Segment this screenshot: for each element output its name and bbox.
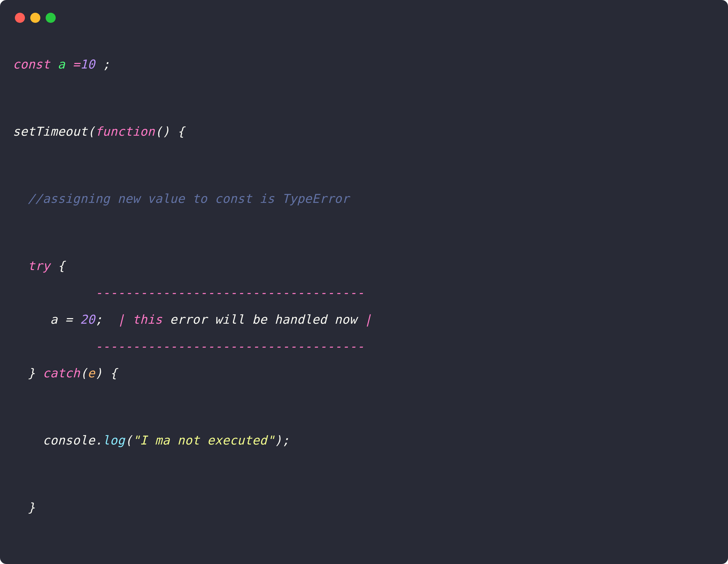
token-punct: () { — [155, 124, 185, 139]
token-number: 20 — [80, 312, 95, 327]
minimize-icon[interactable] — [30, 13, 40, 23]
token-punct: ; — [95, 312, 102, 327]
maximize-icon[interactable] — [46, 13, 56, 23]
code-line — [13, 84, 717, 111]
token-operator: = — [73, 57, 80, 71]
token-punct: { — [50, 258, 65, 273]
code-line: a = 20; | this error will be handled now… — [13, 313, 717, 326]
token-string: "I ma not executed" — [132, 433, 275, 447]
token-identifier: a — [58, 57, 65, 71]
code-line: const a =10 ; — [13, 58, 717, 71]
code-line: try { — [13, 259, 717, 273]
code-line: } catch(e) { — [13, 367, 717, 380]
annotation-text: error will be handled now — [162, 312, 364, 327]
token-punct: ( — [125, 433, 132, 447]
token-param: e — [88, 366, 95, 380]
token-punct: ; — [95, 57, 110, 71]
code-line — [13, 152, 717, 178]
token-punct: ( — [88, 124, 95, 139]
token-punct: } — [28, 366, 35, 380]
token-keyword: try — [28, 258, 50, 273]
code-line: console.log("I ma not executed"); — [13, 434, 717, 447]
code-line: setTimeout(function() { — [13, 125, 717, 138]
token-number: 10 — [80, 57, 95, 71]
annotation-border: ------------------------------------ — [95, 339, 364, 354]
close-icon[interactable] — [15, 13, 25, 23]
token-keyword: catch — [35, 366, 80, 380]
code-editor: const a =10 ; setTimeout(function() { //… — [0, 28, 728, 564]
token-punct: ) { — [95, 366, 118, 380]
token-punct: ( — [80, 366, 88, 380]
token-method: log — [102, 433, 125, 447]
token-identifier: console. — [13, 433, 102, 447]
code-line — [13, 219, 717, 245]
token-keyword: this — [132, 312, 162, 327]
token-keyword: function — [95, 124, 155, 139]
token-comment: //assigning new value to const is TypeEr… — [28, 191, 349, 206]
token-punct: } — [28, 500, 35, 515]
token-identifier: a = — [50, 312, 80, 327]
code-line: ------------------------------------ — [13, 340, 717, 353]
annotation-border: | — [364, 312, 372, 327]
code-line — [13, 393, 717, 420]
annotation-border: | — [118, 312, 125, 327]
token-keyword: const — [13, 57, 50, 71]
code-line — [13, 461, 717, 487]
code-line — [13, 528, 717, 554]
token-fn: setTimeout — [13, 124, 88, 139]
code-line: } — [13, 501, 717, 514]
code-line: ------------------------------------ — [13, 286, 717, 300]
token-punct: ); — [275, 433, 289, 447]
code-window: const a =10 ; setTimeout(function() { //… — [0, 0, 728, 564]
window-titlebar — [0, 0, 728, 28]
annotation-border: ------------------------------------ — [95, 286, 364, 300]
code-line: //assigning new value to const is TypeEr… — [13, 192, 717, 205]
